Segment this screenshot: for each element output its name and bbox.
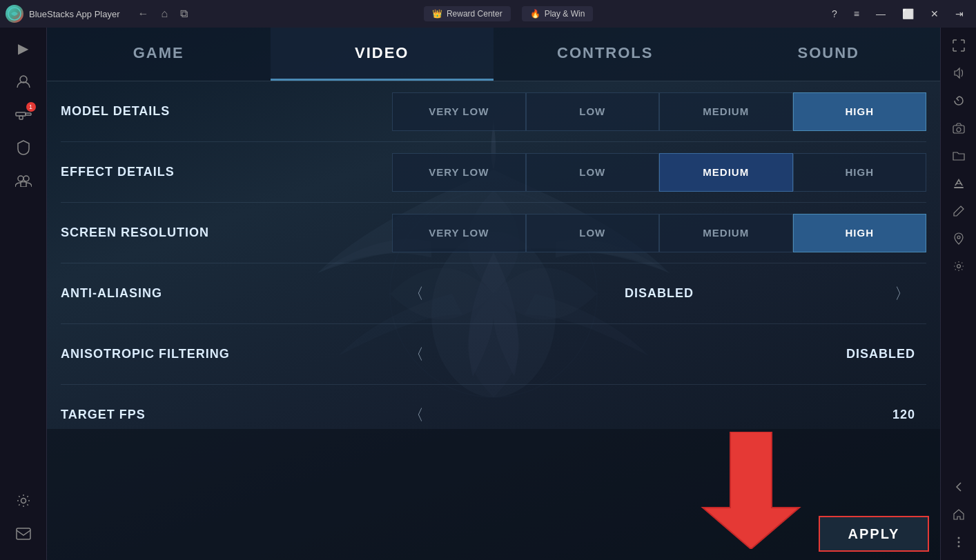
anti-aliasing-value: DISABLED bbox=[625, 286, 694, 301]
sidebar-mail-icon[interactable] bbox=[8, 519, 39, 549]
right-toolbar bbox=[940, 28, 976, 560]
reward-center-label: Reward Center bbox=[447, 9, 502, 19]
close-button[interactable]: ✕ bbox=[924, 6, 946, 22]
svg-rect-4 bbox=[19, 116, 23, 119]
tab-video[interactable]: VIDEO bbox=[271, 28, 494, 81]
effect-low-btn[interactable]: LOW bbox=[526, 153, 660, 192]
rt-camera-icon[interactable] bbox=[946, 116, 971, 141]
tab-controls[interactable]: CONTROLS bbox=[494, 28, 717, 81]
anti-aliasing-left-arrow[interactable]: 〈 bbox=[403, 278, 429, 310]
app-title: BlueStacks App Player bbox=[29, 9, 120, 19]
svg-point-7 bbox=[21, 499, 26, 503]
sidebar-gun-icon[interactable] bbox=[8, 99, 39, 130]
resolution-high-btn[interactable]: HIGH bbox=[793, 214, 927, 252]
svg-point-6 bbox=[23, 176, 29, 181]
sidebar-profile-icon[interactable] bbox=[8, 66, 39, 97]
title-bar-left: BlueStacks App Player ← ⌂ ⧉ bbox=[6, 5, 192, 23]
sidebar-toggle-button[interactable]: ⇥ bbox=[948, 6, 970, 22]
main-layout: ▶ bbox=[0, 28, 976, 560]
red-arrow-indicator bbox=[689, 432, 813, 552]
svg-point-14 bbox=[957, 128, 961, 132]
reward-center-button[interactable]: 👑 Reward Center bbox=[424, 6, 511, 21]
resolution-very-low-btn[interactable]: VERY LOW bbox=[392, 214, 526, 252]
minimize-button[interactable]: — bbox=[869, 6, 892, 22]
crown-icon: 👑 bbox=[432, 9, 442, 19]
anisotropic-value: DISABLED bbox=[846, 347, 915, 361]
settings-content: MODEL DETAILS VERY LOW LOW MEDIUM HIGH E… bbox=[47, 81, 940, 429]
rt-settings-icon[interactable] bbox=[946, 254, 971, 279]
anti-aliasing-controls: 〈 DISABLED 〉 bbox=[392, 278, 926, 310]
effect-details-label: EFFECT DETAILS bbox=[61, 165, 392, 179]
sidebar-team-icon[interactable] bbox=[8, 166, 39, 196]
anisotropic-dropdown: 〈 DISABLED bbox=[392, 339, 926, 370]
rt-back-icon[interactable] bbox=[946, 474, 971, 499]
sidebar-shield-icon[interactable] bbox=[8, 132, 39, 163]
setting-row-effect-details: EFFECT DETAILS VERY LOW LOW MEDIUM HIGH bbox=[61, 142, 926, 203]
sidebar-play-icon[interactable]: ▶ bbox=[8, 33, 39, 63]
svg-point-17 bbox=[957, 265, 960, 268]
rt-rotate-icon[interactable] bbox=[946, 88, 971, 113]
anisotropic-controls: 〈 DISABLED bbox=[392, 339, 926, 370]
target-fps-dropdown: 〈 120 bbox=[392, 399, 926, 430]
resolution-medium-btn[interactable]: MEDIUM bbox=[659, 214, 793, 252]
help-button[interactable]: ? bbox=[825, 6, 844, 22]
left-sidebar: ▶ bbox=[0, 28, 47, 560]
rt-edit-icon[interactable] bbox=[946, 199, 971, 223]
model-high-btn[interactable]: HIGH bbox=[793, 92, 927, 131]
svg-point-19 bbox=[957, 541, 959, 543]
apply-button[interactable]: APPLY bbox=[819, 516, 929, 552]
anti-aliasing-label: ANTI-ALIASING bbox=[61, 286, 392, 301]
effect-details-controls: VERY LOW LOW MEDIUM HIGH bbox=[392, 153, 926, 192]
effect-high-btn[interactable]: HIGH bbox=[793, 153, 927, 192]
title-bar-nav: ← ⌂ ⧉ bbox=[134, 6, 193, 21]
menu-button[interactable]: ≡ bbox=[847, 6, 866, 22]
setting-row-anti-aliasing: ANTI-ALIASING 〈 DISABLED 〉 bbox=[61, 263, 926, 324]
windows-button[interactable]: ⧉ bbox=[176, 6, 192, 21]
rt-more-icon[interactable] bbox=[946, 530, 971, 554]
red-arrow-svg bbox=[689, 432, 813, 549]
svg-marker-12 bbox=[703, 432, 799, 549]
model-very-low-btn[interactable]: VERY LOW bbox=[392, 92, 526, 131]
anti-aliasing-dropdown: 〈 DISABLED 〉 bbox=[392, 278, 926, 310]
target-fps-label: TARGET FPS bbox=[61, 408, 392, 422]
svg-rect-15 bbox=[954, 187, 964, 188]
svg-point-20 bbox=[957, 546, 959, 548]
bottom-bar: APPLY bbox=[47, 429, 940, 560]
tab-bar: GAME VIDEO CONTROLS SOUND bbox=[47, 28, 940, 81]
anti-aliasing-right-arrow[interactable]: 〉 bbox=[889, 278, 915, 310]
rt-location-icon[interactable] bbox=[946, 226, 971, 251]
title-bar-right: ? ≡ — ⬜ ✕ ⇥ bbox=[825, 6, 970, 22]
rt-volume-icon[interactable] bbox=[946, 61, 971, 86]
resolution-low-btn[interactable]: LOW bbox=[526, 214, 660, 252]
title-bar-center: 👑 Reward Center 🔥 Play & Win bbox=[424, 6, 593, 21]
fire-icon: 🔥 bbox=[530, 9, 540, 19]
rt-flight-icon[interactable] bbox=[946, 171, 971, 196]
effect-medium-btn[interactable]: MEDIUM bbox=[659, 153, 793, 192]
model-details-controls: VERY LOW LOW MEDIUM HIGH bbox=[392, 92, 926, 131]
play-win-button[interactable]: 🔥 Play & Win bbox=[522, 6, 594, 21]
setting-row-screen-resolution: SCREEN RESOLUTION VERY LOW LOW MEDIUM HI… bbox=[61, 203, 926, 263]
tab-game[interactable]: GAME bbox=[47, 28, 271, 81]
svg-point-16 bbox=[957, 236, 960, 239]
target-fps-left-arrow[interactable]: 〈 bbox=[403, 399, 429, 430]
svg-point-18 bbox=[957, 537, 959, 539]
content-area: GAME VIDEO CONTROLS SOUND MODEL DETAILS … bbox=[47, 28, 940, 560]
screen-resolution-label: SCREEN RESOLUTION bbox=[61, 226, 392, 240]
effect-very-low-btn[interactable]: VERY LOW bbox=[392, 153, 526, 192]
svg-rect-3 bbox=[26, 113, 31, 115]
rt-folder-icon[interactable] bbox=[946, 143, 971, 168]
setting-row-anisotropic: ANISOTROPIC FILTERING 〈 DISABLED bbox=[61, 324, 926, 385]
target-fps-value: 120 bbox=[892, 408, 915, 422]
home-button[interactable]: ⌂ bbox=[157, 6, 173, 21]
rt-fullscreen-icon[interactable] bbox=[946, 33, 971, 58]
target-fps-controls: 〈 120 bbox=[392, 399, 926, 430]
model-low-btn[interactable]: LOW bbox=[526, 92, 660, 131]
maximize-button[interactable]: ⬜ bbox=[895, 6, 921, 22]
sidebar-settings-icon[interactable] bbox=[8, 486, 39, 516]
app-logo bbox=[6, 5, 23, 23]
rt-home-icon[interactable] bbox=[946, 502, 971, 527]
tab-sound[interactable]: SOUND bbox=[717, 28, 941, 81]
back-button[interactable]: ← bbox=[134, 6, 153, 21]
model-medium-btn[interactable]: MEDIUM bbox=[659, 92, 793, 131]
anisotropic-left-arrow[interactable]: 〈 bbox=[403, 339, 429, 370]
